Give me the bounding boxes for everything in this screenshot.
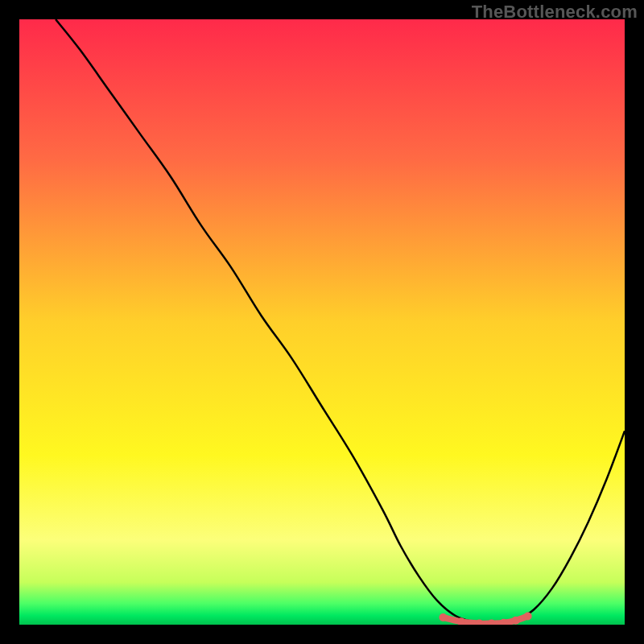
bottleneck-curve-chart	[19, 19, 625, 625]
chart-container: TheBottleneck.com	[0, 0, 644, 644]
plot-area	[19, 19, 625, 625]
valley-point	[512, 617, 520, 625]
valley-point	[439, 613, 447, 621]
gradient-background	[19, 19, 625, 625]
valley-point	[524, 612, 532, 620]
watermark-text: TheBottleneck.com	[472, 2, 638, 23]
